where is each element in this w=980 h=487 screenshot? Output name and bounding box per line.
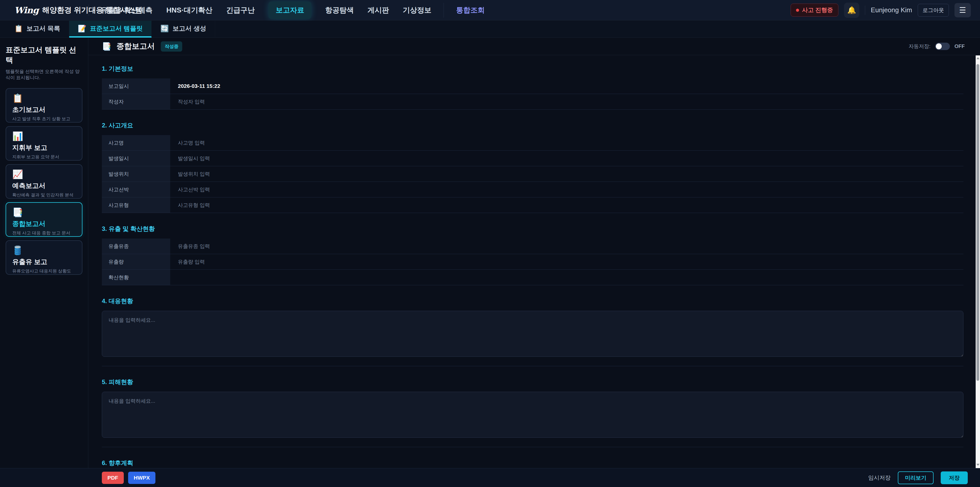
form-row-report-datetime: 보고일시 xyxy=(102,78,963,94)
autosave-label: 자동저장: xyxy=(908,43,931,50)
row-label: 유출유종 xyxy=(102,238,170,254)
red-dot-icon xyxy=(796,9,799,12)
form-row-occurrence-datetime: 발생일시 xyxy=(102,151,963,166)
nav-aerial-search[interactable]: 항공탐색 xyxy=(325,5,354,15)
template-card-prediction-report[interactable]: 📈 예측보고서 확산예측 결과 및 민감자원 분석 xyxy=(6,164,83,199)
author-input[interactable] xyxy=(178,99,963,105)
nav-bulletin-board[interactable]: 게시판 xyxy=(368,5,389,15)
form-row-spill-oil-type: 유출유종 xyxy=(102,238,963,254)
row-label: 발생위치 xyxy=(102,166,170,182)
autosave-state: OFF xyxy=(955,43,965,49)
refresh-icon: 🔄 xyxy=(160,24,169,33)
autosave-toggle[interactable] xyxy=(935,43,950,50)
section-title-incident-overview: 2. 사고개요 xyxy=(102,121,963,129)
row-label: 확산현황 xyxy=(102,270,170,285)
main-navigation: 유출유 확산예측 HNS·대기확산 긴급구난 보고자료 항공탐색 게시판 기상정… xyxy=(100,2,485,19)
report-tab-bar: 📋 보고서 목록 📝 표준보고서 템플릿 🔄 보고서 생성 xyxy=(0,21,980,38)
scrollbar-thumb[interactable] xyxy=(977,64,979,381)
spill-diffusion-table: 유출유종 유출량 확산현황 xyxy=(102,238,963,285)
nav-report-data[interactable]: 보고자료 xyxy=(269,2,311,19)
vertical-scrollbar[interactable] xyxy=(976,56,980,468)
top-navigation-bar: Wing 해양환경 위기대응 통합시스템 유출유 확산예측 HNS·대기확산 긴… xyxy=(0,0,980,21)
row-label: 사고유형 xyxy=(102,197,170,213)
incident-overview-table: 사고명 발생일시 발생위치 사고선박 사고유형 xyxy=(102,135,963,213)
tab-standard-report-template[interactable]: 📝 표준보고서 템플릿 xyxy=(69,21,152,38)
section-divider xyxy=(102,366,963,366)
template-card-desc: 사고 발생 직후 초기 상황 보고 xyxy=(12,116,76,122)
scrollbar-up-arrow[interactable] xyxy=(976,56,980,61)
damage-status-textarea[interactable] xyxy=(102,392,963,438)
sidebar-title: 표준보고서 템플릿 선택 xyxy=(6,45,83,65)
clipboard-icon: 📋 xyxy=(12,94,76,102)
report-form-scroll-area: 1. 기본정보 보고일시 작성자 2. 사고개요 사고명 발생일시 발생위치 xyxy=(89,56,976,468)
row-label: 작성자 xyxy=(102,94,170,109)
form-row-incident-name: 사고명 xyxy=(102,135,963,151)
hamburger-menu-icon: ☰ xyxy=(959,6,966,14)
export-pdf-button[interactable]: PDF xyxy=(102,472,124,484)
row-label: 유출량 xyxy=(102,254,170,270)
nav-weather-info[interactable]: 기상정보 xyxy=(403,5,431,15)
clipboard-icon: 📋 xyxy=(14,24,23,33)
bell-icon: 🔔 xyxy=(847,6,856,14)
form-row-incident-type: 사고유형 xyxy=(102,197,963,213)
report-datetime-input[interactable] xyxy=(178,83,963,89)
chart-increasing-icon: 📈 xyxy=(12,170,76,179)
row-label: 사고명 xyxy=(102,135,170,150)
occurrence-location-input[interactable] xyxy=(178,171,963,177)
topbar-right-group: 사고 진행중 🔔 Eunjeong Kim 로그아웃 ☰ xyxy=(791,3,980,18)
template-card-command-report[interactable]: 📊 지휘부 보고 지휘부 보고용 요약 문서 xyxy=(6,126,83,161)
footer-right-group: 임시저장 미리보기 저장 xyxy=(868,471,968,484)
status-badge-writing: 작성중 xyxy=(161,42,182,51)
tab-report-generation-label: 보고서 생성 xyxy=(172,24,206,33)
incident-name-input[interactable] xyxy=(178,140,963,146)
tab-report-generation[interactable]: 🔄 보고서 생성 xyxy=(151,21,215,38)
form-row-diffusion-status: 확산현황 xyxy=(102,270,963,285)
template-card-oil-spill-report[interactable]: 🛢️ 유출유 보고 유류오염사고 대응지원 상황도 xyxy=(6,240,83,275)
section-title-spill-diffusion: 3. 유출 및 확산현황 xyxy=(102,225,963,233)
save-button[interactable]: 저장 xyxy=(941,471,968,484)
form-row-incident-vessel: 사고선박 xyxy=(102,182,963,197)
export-hwpx-button[interactable]: HWPX xyxy=(128,472,156,484)
hamburger-menu-button[interactable]: ☰ xyxy=(955,3,971,18)
nav-hns-air-diffusion[interactable]: HNS·대기확산 xyxy=(166,5,212,15)
report-editor-panel: 📑 종합보고서 작성중 자동저장: OFF 1. 기본정보 보고일시 작성자 2… xyxy=(89,38,980,468)
row-label: 사고선박 xyxy=(102,182,170,197)
form-row-occurrence-location: 발생위치 xyxy=(102,166,963,182)
divider xyxy=(865,6,865,15)
app-brand: Wing 해양환경 위기대응 통합시스템 xyxy=(0,5,78,15)
toggle-knob xyxy=(936,43,942,49)
user-name: Eunjeong Kim xyxy=(871,6,912,14)
template-card-desc: 전체 사고 대응 종합 보고 문서 xyxy=(12,230,76,236)
incident-type-input[interactable] xyxy=(178,202,963,208)
spill-oil-type-input[interactable] xyxy=(178,243,963,249)
autosave-control: 자동저장: OFF xyxy=(908,43,965,50)
scrollbar-down-arrow[interactable] xyxy=(976,462,980,468)
occurrence-datetime-input[interactable] xyxy=(178,155,963,161)
temporary-save-button[interactable]: 임시저장 xyxy=(868,474,891,482)
nav-oil-spill-prediction[interactable]: 유출유 확산예측 xyxy=(100,5,153,15)
diffusion-status-input[interactable] xyxy=(178,275,963,280)
form-row-author: 작성자 xyxy=(102,94,963,110)
incident-vessel-input[interactable] xyxy=(178,187,963,193)
incident-in-progress-badge[interactable]: 사고 진행중 xyxy=(791,3,838,17)
template-card-title: 유출유 보고 xyxy=(12,257,76,267)
template-card-initial-report[interactable]: 📋 초기보고서 사고 발생 직후 초기 상황 보고 xyxy=(6,88,83,123)
response-status-textarea[interactable] xyxy=(102,311,963,357)
row-label: 보고일시 xyxy=(102,78,170,94)
logout-button[interactable]: 로그아웃 xyxy=(918,4,949,17)
tab-report-list[interactable]: 📋 보고서 목록 xyxy=(6,21,69,38)
report-editor-header: 📑 종합보고서 작성중 자동저장: OFF xyxy=(89,38,980,55)
template-select-sidebar: 표준보고서 템플릿 선택 템플릿을 선택하면 오른쪽에 작성 양식이 표시됩니다… xyxy=(0,38,88,468)
notification-bell-button[interactable]: 🔔 xyxy=(844,3,859,18)
template-card-desc: 지휘부 보고용 요약 문서 xyxy=(12,154,76,160)
section-title-basic-info: 1. 기본정보 xyxy=(102,65,963,73)
spill-amount-input[interactable] xyxy=(178,259,963,265)
template-card-title: 종합보고서 xyxy=(12,219,76,228)
form-row-spill-amount: 유출량 xyxy=(102,254,963,270)
nav-emergency-rescue[interactable]: 긴급구난 xyxy=(226,5,255,15)
template-card-comprehensive-report[interactable]: 📑 종합보고서 전체 사고 대응 종합 보고 문서 xyxy=(6,202,83,237)
oil-drum-icon: 🛢️ xyxy=(12,246,76,255)
bookmark-tabs-icon: 📑 xyxy=(102,42,111,51)
nav-integrated-search[interactable]: 통합조회 xyxy=(456,5,485,15)
preview-button[interactable]: 미리보기 xyxy=(898,471,934,484)
